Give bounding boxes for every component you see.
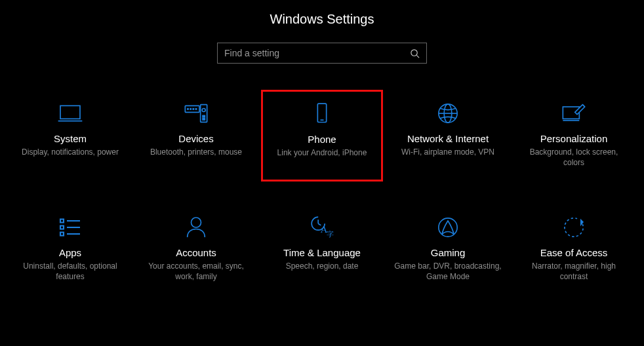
tile-title: Time & Language bbox=[283, 247, 361, 258]
apps-icon bbox=[57, 214, 83, 240]
svg-rect-12 bbox=[203, 119, 205, 121]
tile-time-language[interactable]: A 字 Time & Language Speech, region, date bbox=[261, 204, 383, 296]
svg-rect-23 bbox=[60, 233, 64, 236]
svg-point-27 bbox=[191, 218, 201, 227]
tile-title: Apps bbox=[59, 247, 81, 258]
tile-title: Phone bbox=[308, 134, 336, 145]
tile-accounts[interactable]: Accounts Your accounts, email, sync, wor… bbox=[135, 204, 257, 296]
svg-rect-13 bbox=[317, 104, 326, 122]
svg-point-8 bbox=[195, 109, 197, 110]
search-icon[interactable] bbox=[410, 48, 420, 58]
devices-icon bbox=[183, 100, 209, 126]
tile-title: Personalization bbox=[540, 133, 608, 144]
tile-desc: Link your Android, iPhone bbox=[277, 147, 367, 158]
globe-icon bbox=[435, 100, 461, 126]
svg-point-5 bbox=[188, 109, 189, 110]
tile-gaming[interactable]: Gaming Game bar, DVR, broadcasting, Game… bbox=[387, 204, 509, 296]
tile-desc: Wi-Fi, airplane mode, VPN bbox=[401, 147, 494, 157]
svg-point-10 bbox=[202, 109, 205, 112]
tile-desc: Your accounts, email, sync, work, family bbox=[140, 261, 252, 282]
tile-desc: Uninstall, defaults, optional features bbox=[14, 261, 126, 282]
gaming-icon bbox=[435, 214, 461, 240]
tile-ease-of-access[interactable]: Ease of Access Narrator, magnifier, high… bbox=[513, 204, 635, 296]
time-language-icon: A 字 bbox=[309, 214, 335, 240]
svg-point-6 bbox=[190, 109, 191, 110]
tile-desc: Narrator, magnifier, high contrast bbox=[518, 261, 630, 282]
svg-point-0 bbox=[411, 49, 417, 55]
page-title: Windows Settings bbox=[0, 0, 644, 43]
svg-text:字: 字 bbox=[327, 230, 334, 238]
settings-grid: System Display, notifications, power Dev… bbox=[0, 90, 644, 296]
tile-desc: Speech, region, date bbox=[286, 261, 359, 271]
accounts-icon bbox=[183, 214, 209, 240]
tile-desc: Game bar, DVR, broadcasting, Game Mode bbox=[392, 261, 504, 282]
svg-rect-11 bbox=[203, 115, 205, 117]
svg-rect-2 bbox=[60, 106, 80, 119]
tile-title: Ease of Access bbox=[540, 247, 608, 258]
svg-line-1 bbox=[416, 55, 419, 58]
personalization-icon bbox=[561, 100, 587, 126]
svg-rect-22 bbox=[60, 226, 64, 229]
search-input[interactable] bbox=[224, 48, 410, 58]
tile-title: System bbox=[54, 133, 87, 144]
tile-title: Accounts bbox=[176, 247, 216, 258]
tile-network-internet[interactable]: Network & Internet Wi-Fi, airplane mode,… bbox=[387, 90, 509, 182]
tile-phone[interactable]: Phone Link your Android, iPhone bbox=[261, 90, 383, 182]
svg-point-7 bbox=[193, 109, 194, 110]
tile-title: Devices bbox=[178, 133, 213, 144]
ease-of-access-icon bbox=[561, 214, 587, 240]
tile-system[interactable]: System Display, notifications, power bbox=[9, 90, 131, 182]
tile-title: Network & Internet bbox=[407, 133, 489, 144]
search-box[interactable] bbox=[217, 43, 427, 64]
svg-rect-21 bbox=[60, 220, 64, 223]
phone-icon bbox=[309, 101, 335, 127]
search-container bbox=[0, 43, 644, 64]
tile-devices[interactable]: Devices Bluetooth, printers, mouse bbox=[135, 90, 257, 182]
tile-desc: Display, notifications, power bbox=[22, 147, 119, 157]
tile-title: Gaming bbox=[431, 247, 466, 258]
tile-desc: Bluetooth, printers, mouse bbox=[150, 147, 242, 157]
tile-personalization[interactable]: Personalization Background, lock screen,… bbox=[513, 90, 635, 182]
tile-desc: Background, lock screen, colors bbox=[518, 147, 630, 168]
system-icon bbox=[57, 100, 83, 126]
tile-apps[interactable]: Apps Uninstall, defaults, optional featu… bbox=[9, 204, 131, 296]
